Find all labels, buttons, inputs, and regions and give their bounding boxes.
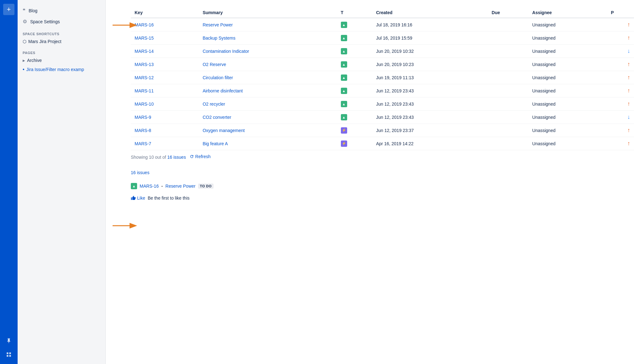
sidebar-archive-label: Archive (27, 58, 42, 63)
pin-icon[interactable] (3, 335, 14, 346)
cell-type: ▲ (337, 58, 372, 71)
issue-card-section: ▲ MARS-16 - Reserve Power TO DO (131, 183, 634, 189)
priority-icon: ↓ (627, 48, 630, 54)
table-row: MARS-15 Backup Systems ▲ Jul 16, 2019 15… (131, 31, 634, 45)
issue-card-summary-link[interactable]: Reserve Power (165, 184, 196, 189)
cell-priority: ↑ (607, 84, 634, 97)
cell-due (488, 97, 529, 111)
cell-summary: Oxygen management (199, 124, 337, 137)
type-badge-icon: ▲ (341, 114, 347, 120)
issue-key-link[interactable]: MARS-12 (135, 75, 154, 80)
cell-due (488, 31, 529, 45)
issue-summary-link[interactable]: CO2 converter (203, 115, 231, 120)
issue-summary-link[interactable]: O2 recycler (203, 102, 225, 107)
cell-key: MARS-16 (131, 18, 199, 31)
refresh-button[interactable]: Refresh (190, 154, 211, 159)
chevron-right-icon: ▶ (23, 59, 25, 62)
cell-priority: ↑ (607, 71, 634, 84)
issue-card-key-link[interactable]: MARS-16 (140, 184, 159, 189)
cell-priority: ↑ (607, 58, 634, 71)
type-badge-icon: ▲ (341, 74, 347, 81)
table-row: MARS-8 Oxygen management ⚡ Jun 12, 2019 … (131, 124, 634, 137)
cell-type: ▲ (337, 111, 372, 124)
cell-priority: ↑ (607, 137, 634, 150)
like-section: Like Be the first to like this (131, 196, 634, 201)
cell-priority: ↓ (607, 111, 634, 124)
sidebar-tree-jira-filter[interactable]: • Jira Issue/Filter macro examp (18, 65, 105, 74)
cell-created: Jun 20, 2019 10:23 (372, 58, 488, 71)
quote-icon: ❝ (23, 8, 25, 14)
grid-icon[interactable] (3, 349, 14, 360)
cell-priority: ↑ (607, 97, 634, 111)
issue-key-link[interactable]: MARS-13 (135, 62, 154, 67)
svg-rect-0 (7, 352, 8, 354)
showing-link[interactable]: 16 issues (167, 155, 186, 160)
issue-key-link[interactable]: MARS-7 (135, 141, 151, 146)
cell-due (488, 58, 529, 71)
cell-summary: Big feature A (199, 137, 337, 150)
cell-assignee: Unassigned (529, 18, 607, 31)
priority-icon: ↑ (627, 87, 630, 94)
issue-key-link[interactable]: MARS-10 (135, 102, 154, 107)
issue-summary-link[interactable]: Oxygen management (203, 128, 245, 133)
sidebar-item-blog[interactable]: ❝ Blog (18, 5, 105, 16)
sidebar-item-mars-jira[interactable]: ⬡ Mars Jira Project (18, 37, 105, 46)
cell-created: Jun 12, 2019 23:43 (372, 97, 488, 111)
col-type: T (337, 8, 372, 18)
issue-key-link[interactable]: MARS-15 (135, 36, 154, 41)
issue-summary-link[interactable]: O2 Reserve (203, 62, 226, 67)
priority-icon: ↑ (627, 61, 630, 67)
cell-key: MARS-9 (131, 111, 199, 124)
cell-summary: O2 recycler (199, 97, 337, 111)
col-assignee: Assignee (529, 8, 607, 18)
like-button[interactable]: Like (131, 196, 145, 201)
sidebar-item-space-settings[interactable]: ⚙ Space Settings (18, 16, 105, 27)
like-label: Like (137, 196, 145, 201)
type-badge-icon: ▲ (341, 88, 347, 94)
issue-summary-link[interactable]: Backup Systems (203, 36, 235, 41)
issues-count-link[interactable]: 16 issues (131, 170, 149, 175)
priority-icon: ↓ (627, 114, 630, 120)
col-priority: P (607, 8, 634, 18)
cell-summary: Airborne disinfectant (199, 84, 337, 97)
issue-summary-link[interactable]: Reserve Power (203, 22, 233, 27)
issue-summary-link[interactable]: Airborne disinfectant (203, 88, 243, 93)
issue-key-link[interactable]: MARS-14 (135, 49, 154, 54)
cell-created: Jul 18, 2019 16:16 (372, 18, 488, 31)
priority-icon: ↑ (627, 74, 630, 80)
cell-type: ▲ (337, 97, 372, 111)
svg-rect-2 (7, 355, 8, 357)
sidebar-jira-filter-label: Jira Issue/Filter macro examp (26, 67, 84, 72)
cell-due (488, 45, 529, 58)
cell-due (488, 71, 529, 84)
cell-due (488, 111, 529, 124)
pages-section-label: PAGES (18, 46, 105, 56)
gear-icon: ⚙ (23, 19, 27, 25)
arrow-annotation-1 (113, 21, 138, 30)
issue-key-link[interactable]: MARS-11 (135, 88, 154, 93)
issue-key-link[interactable]: MARS-8 (135, 128, 151, 133)
cell-created: Jul 16, 2019 15:59 (372, 31, 488, 45)
table-header-row: Key Summary T Created Due Assignee P (131, 8, 634, 18)
cell-created: Jun 12, 2019 23:43 (372, 84, 488, 97)
type-badge-icon: ▲ (341, 35, 347, 41)
cell-due (488, 84, 529, 97)
priority-icon: ↑ (627, 21, 630, 28)
cell-assignee: Unassigned (529, 97, 607, 111)
issue-summary-link[interactable]: Big feature A (203, 141, 228, 146)
issue-key-link[interactable]: MARS-9 (135, 115, 151, 120)
cell-summary: O2 Reserve (199, 58, 337, 71)
sidebar-tree-archive[interactable]: ▶ Archive (18, 56, 105, 65)
cell-key: MARS-7 (131, 137, 199, 150)
cell-priority: ↑ (607, 18, 634, 31)
cell-summary: Circulation filter (199, 71, 337, 84)
cell-due (488, 18, 529, 31)
cell-summary: Backup Systems (199, 31, 337, 45)
cell-assignee: Unassigned (529, 111, 607, 124)
svg-rect-1 (9, 352, 11, 354)
create-button[interactable]: + (3, 4, 14, 15)
issue-summary-link[interactable]: Circulation filter (203, 75, 233, 80)
cell-assignee: Unassigned (529, 124, 607, 137)
issue-summary-link[interactable]: Contamination Indicator (203, 49, 249, 54)
table-row: MARS-9 CO2 converter ▲ Jun 12, 2019 23:4… (131, 111, 634, 124)
